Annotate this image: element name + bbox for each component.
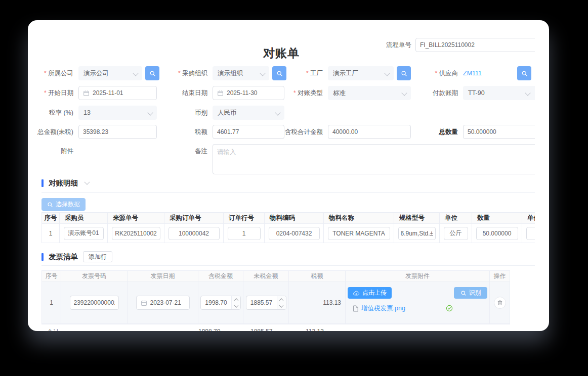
invoice-no-field[interactable] xyxy=(70,296,119,310)
line-no-input[interactable] xyxy=(228,227,261,240)
spec-input[interactable] xyxy=(398,227,436,240)
invoice-no-input[interactable] xyxy=(74,299,115,306)
row-seq: 1 xyxy=(49,230,53,237)
file-icon xyxy=(353,305,358,312)
reconciliation-statement-card: 流程单号 对账单 所属公司 演示公司 采购组织 演示组织 工厂 演示工厂 xyxy=(28,20,549,331)
start-date-label: 开始日期 xyxy=(28,86,73,100)
section-bar xyxy=(41,253,44,261)
col-header: 发票日期 xyxy=(128,270,198,282)
chevron-down-icon[interactable] xyxy=(277,303,286,309)
total-qty-input[interactable] xyxy=(468,128,534,135)
attachment-label: 附件 xyxy=(28,144,73,158)
invoice-date-input[interactable] xyxy=(150,299,185,306)
factory-label: 工厂 xyxy=(252,66,323,80)
detail-section-header: 对账明细 xyxy=(41,178,89,188)
card-content: 流程单号 对账单 所属公司 演示公司 采购组织 演示组织 工厂 演示工厂 xyxy=(28,20,535,331)
detail-table-row: 1 xyxy=(41,224,535,243)
factory-select[interactable]: 演示工厂 xyxy=(328,66,394,80)
delete-row-button[interactable] xyxy=(494,297,506,309)
tax-rate-label: 税率 (%) xyxy=(28,106,73,120)
attachment-file-link[interactable]: 增值税发票.png xyxy=(353,304,405,313)
chevron-up-icon[interactable] xyxy=(232,296,240,303)
amount-with-tax-input[interactable] xyxy=(201,296,231,309)
ocr-recognize-button[interactable]: 识别 xyxy=(454,287,487,299)
material-name-input[interactable] xyxy=(328,227,390,240)
chevron-down-icon[interactable] xyxy=(232,303,240,309)
recon-type-value: 标准 xyxy=(333,89,346,98)
divider xyxy=(41,265,535,266)
invoice-table-row: 1 xyxy=(41,282,510,324)
col-header: 数量 xyxy=(472,212,522,224)
purchase-org-value: 演示组织 xyxy=(218,69,243,78)
trash-icon xyxy=(497,300,503,306)
total-amount-without-tax: 1885.57 xyxy=(250,328,272,331)
upload-button[interactable]: 点击上传 xyxy=(348,287,392,299)
upload-button-label: 点击上传 xyxy=(362,289,387,297)
select-data-button[interactable]: 选择数据 xyxy=(41,198,86,211)
calendar-icon xyxy=(141,300,147,306)
col-header: 序号 xyxy=(41,212,60,224)
currency-select[interactable]: 人民币 xyxy=(213,106,284,120)
source-no-input[interactable] xyxy=(112,227,160,240)
col-header: 单价 xyxy=(522,212,535,224)
add-row-button[interactable]: 添加行 xyxy=(83,251,112,262)
invoice-date-field[interactable] xyxy=(136,296,190,310)
amount-with-tax-field[interactable] xyxy=(200,296,241,310)
total-amount-with-tax: 1998.70 xyxy=(198,328,220,331)
total-label: 合计 xyxy=(47,328,59,331)
chevron-down-icon[interactable] xyxy=(84,179,90,184)
calendar-icon xyxy=(83,90,90,97)
tax-rate-value: 13 xyxy=(83,109,91,116)
col-header: 含税金额 xyxy=(198,270,243,282)
buyer-input[interactable] xyxy=(64,227,104,240)
invoice-section-title: 发票清单 xyxy=(49,252,78,262)
col-header: 税额 xyxy=(289,270,346,282)
company-select[interactable]: 演示公司 xyxy=(78,66,142,80)
price-input[interactable] xyxy=(526,227,535,240)
chevron-down-icon xyxy=(275,110,280,115)
supplier-label: 供应商 xyxy=(387,66,458,80)
page-title: 对账单 xyxy=(28,45,535,61)
number-spinner[interactable] xyxy=(231,296,240,309)
currency-label: 币别 xyxy=(137,106,207,120)
check-circle-icon xyxy=(446,305,453,312)
total-with-tax-label: 含税合计金额 xyxy=(252,125,323,139)
col-header: 发票附件 xyxy=(346,270,490,282)
col-header: 发票号码 xyxy=(61,270,128,282)
remark-textarea[interactable] xyxy=(213,144,535,174)
col-header: 操作 xyxy=(490,270,510,282)
detail-table: 序号 采购员 来源单号 采购订单号 订单行号 物料编码 物料名称 规格型号 单位… xyxy=(41,212,535,243)
col-header: 单位 xyxy=(440,212,472,224)
number-spinner[interactable] xyxy=(277,296,286,309)
tax-amount-label: 税额 xyxy=(137,125,207,139)
invoice-table: 序号 发票号码 发票日期 含税金额 未税金额 税额 发票附件 操作 1 xyxy=(41,270,510,324)
total-untaxed-label: 总金额(未税) xyxy=(28,125,73,139)
amount-without-tax-input[interactable] xyxy=(246,296,277,309)
divider xyxy=(41,192,535,193)
chevron-up-icon[interactable] xyxy=(277,296,286,303)
invoice-attachment-cell: 点击上传 识别 增值税发票.png xyxy=(346,282,490,324)
col-header: 订单行号 xyxy=(224,212,265,224)
payment-term-value: TT-90 xyxy=(468,89,485,97)
col-header: 序号 xyxy=(41,270,61,282)
payment-term-select[interactable]: TT-90 xyxy=(463,86,535,100)
supplier-search-button[interactable] xyxy=(517,66,531,80)
po-no-input[interactable] xyxy=(169,227,220,240)
material-code-input[interactable] xyxy=(269,227,320,240)
detail-table-header-row: 序号 采购员 来源单号 采购订单号 订单行号 物料编码 物料名称 规格型号 单位… xyxy=(41,212,535,224)
total-qty-field[interactable] xyxy=(463,125,535,139)
col-header: 物料编码 xyxy=(265,212,324,224)
ocr-button-label: 识别 xyxy=(469,289,481,297)
invoice-table-header-row: 序号 发票号码 发票日期 含税金额 未税金额 税额 发票附件 操作 xyxy=(41,270,510,282)
chevron-down-icon xyxy=(525,90,530,96)
unit-input[interactable] xyxy=(444,227,468,240)
invoice-total-row: 合计 1998.70 1885.57 113.13 xyxy=(41,324,510,331)
total-qty-label: 总数量 xyxy=(387,125,458,139)
amount-without-tax-field[interactable] xyxy=(246,296,286,310)
qty-input[interactable] xyxy=(476,227,518,240)
calendar-icon xyxy=(217,90,224,97)
supplier-value[interactable]: ZM111 xyxy=(463,66,482,80)
recon-type-label: 对账类型 xyxy=(252,86,323,100)
remark-label: 备注 xyxy=(137,144,207,158)
col-header: 采购订单号 xyxy=(164,212,224,224)
